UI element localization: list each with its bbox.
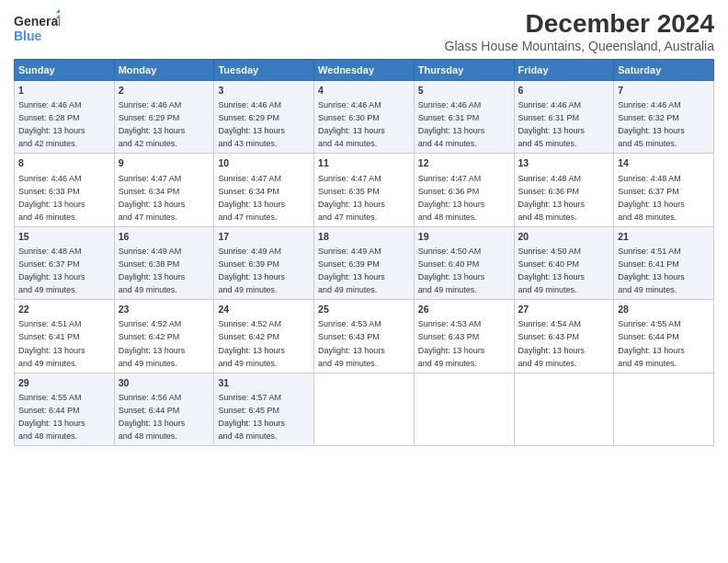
cell-info-line: Sunset: 6:30 PM [318,113,380,122]
cell-info-line: and 42 minutes. [119,139,177,148]
cell-info-line: Daylight: 13 hours [418,346,485,355]
day-number: 30 [119,376,210,390]
cell-info-line: Sunrise: 4:57 AM [218,393,281,402]
cell-info-line: and 49 minutes. [318,285,377,294]
day-number: 19 [418,230,510,244]
day-number: 20 [518,230,610,244]
day-number: 28 [618,303,710,316]
calendar-cell: 7Sunrise: 4:46 AMSunset: 6:32 PMDaylight… [614,81,714,154]
cell-info-line: Sunset: 6:40 PM [418,259,480,269]
cell-info-line: Sunrise: 4:49 AM [119,247,182,256]
cell-info-line: Sunset: 6:29 PM [218,113,279,122]
calendar-cell: 3Sunrise: 4:46 AMSunset: 6:29 PMDaylight… [214,81,314,154]
day-number: 5 [418,84,510,98]
cell-info-line: Sunrise: 4:52 AM [218,319,281,328]
cell-info-line: and 49 minutes. [618,285,677,294]
cell-info-line: and 44 minutes. [318,139,377,148]
cell-info-line: Sunset: 6:42 PM [218,332,279,341]
cell-info-line: Daylight: 13 hours [318,126,385,135]
col-friday: Friday [514,60,614,81]
cell-info-line: Sunset: 6:44 PM [18,406,80,415]
col-saturday: Saturday [614,60,714,81]
subtitle: Glass House Mountains, Queensland, Austr… [445,39,714,53]
calendar-cell: 12Sunrise: 4:47 AMSunset: 6:36 PMDayligh… [414,154,514,226]
cell-info-line: Sunset: 6:40 PM [518,259,580,269]
cell-info-line: Daylight: 13 hours [119,200,186,209]
cell-info-line: Sunrise: 4:46 AM [18,174,82,183]
day-number: 3 [218,84,310,98]
cell-info-line: and 46 minutes. [18,213,77,222]
cell-info-line: and 49 minutes. [518,359,577,368]
day-number: 11 [318,156,410,170]
calendar-cell: 14Sunrise: 4:48 AMSunset: 6:37 PMDayligh… [614,154,714,226]
cell-info-line: Daylight: 13 hours [518,272,586,282]
calendar-cell: 17Sunrise: 4:49 AMSunset: 6:39 PMDayligh… [214,226,314,299]
cell-info-line: Sunset: 6:41 PM [18,332,80,341]
cell-info-line: and 49 minutes. [119,285,177,294]
cell-info-line: Daylight: 13 hours [318,272,385,282]
calendar-cell: 27Sunrise: 4:54 AMSunset: 6:43 PMDayligh… [514,300,614,373]
cell-info-line: Daylight: 13 hours [218,200,285,209]
day-number: 21 [618,230,710,244]
calendar-cell: 19Sunrise: 4:50 AMSunset: 6:40 PMDayligh… [414,226,514,299]
calendar-week-4: 22Sunrise: 4:51 AMSunset: 6:41 PMDayligh… [15,300,714,373]
cell-info-line: Sunrise: 4:54 AM [518,319,582,328]
cell-info-line: Sunrise: 4:53 AM [318,319,381,328]
cell-info-line: and 47 minutes. [318,213,377,222]
svg-text:General: General [14,14,60,29]
cell-info-line: Sunset: 6:35 PM [318,187,380,196]
cell-info-line: Sunrise: 4:47 AM [119,174,182,183]
calendar-cell: 20Sunrise: 4:50 AMSunset: 6:40 PMDayligh… [514,226,614,299]
cell-info-line: Sunset: 6:43 PM [318,332,380,341]
cell-info-line: Sunset: 6:39 PM [318,259,380,269]
cell-info-line: Daylight: 13 hours [618,346,685,355]
cell-info-line: Sunrise: 4:50 AM [518,247,582,256]
day-number: 7 [618,84,710,98]
cell-info-line: Sunset: 6:29 PM [119,113,180,122]
cell-info-line: Daylight: 13 hours [418,272,485,282]
cell-info-line: Daylight: 13 hours [119,346,186,355]
day-number: 22 [18,303,110,316]
cell-info-line: Daylight: 13 hours [618,200,685,209]
cell-info-line: and 48 minutes. [218,431,277,441]
title-block: December 2024 Glass House Mountains, Que… [445,9,714,53]
cell-info-line: and 48 minutes. [618,213,677,222]
cell-info-line: Sunset: 6:39 PM [218,259,279,269]
logo-svg: General Blue [14,9,60,46]
cell-info-line: and 49 minutes. [18,285,77,294]
cell-info-line: Sunrise: 4:48 AM [618,174,681,183]
calendar-cell: 6Sunrise: 4:46 AMSunset: 6:31 PMDaylight… [514,81,614,154]
cell-info-line: Daylight: 13 hours [119,419,186,428]
cell-info-line: Daylight: 13 hours [518,346,586,355]
calendar-cell: 1Sunrise: 4:46 AMSunset: 6:28 PMDaylight… [15,81,115,154]
day-number: 25 [318,303,410,316]
cell-info-line: Sunrise: 4:50 AM [418,247,482,256]
day-number: 18 [318,230,410,244]
cell-info-line: Sunset: 6:32 PM [618,113,679,122]
cell-info-line: Daylight: 13 hours [218,346,285,355]
cell-info-line: Sunset: 6:36 PM [418,187,480,196]
cell-info-line: Sunrise: 4:56 AM [119,393,182,402]
cell-info-line: Daylight: 13 hours [218,419,285,428]
cell-info-line: and 49 minutes. [18,359,77,368]
cell-info-line: Sunrise: 4:46 AM [318,100,381,109]
calendar-cell: 30Sunrise: 4:56 AMSunset: 6:44 PMDayligh… [114,373,214,445]
calendar-cell: 15Sunrise: 4:48 AMSunset: 6:37 PMDayligh… [15,226,115,299]
cell-info-line: Sunset: 6:41 PM [618,259,679,269]
cell-info-line: Sunset: 6:31 PM [518,113,580,122]
cell-info-line: Sunset: 6:44 PM [618,332,679,341]
logo: General Blue [14,9,60,46]
cell-info-line: Sunset: 6:42 PM [119,332,180,341]
col-sunday: Sunday [15,60,115,81]
cell-info-line: Sunrise: 4:51 AM [18,319,82,328]
header-row: Sunday Monday Tuesday Wednesday Thursday… [15,60,714,81]
day-number: 12 [418,156,510,170]
calendar-cell: 28Sunrise: 4:55 AMSunset: 6:44 PMDayligh… [614,300,714,373]
cell-info-line: Daylight: 13 hours [418,126,485,135]
calendar-cell: 11Sunrise: 4:47 AMSunset: 6:35 PMDayligh… [314,154,415,226]
cell-info-line: Sunrise: 4:46 AM [418,100,482,109]
day-number: 31 [218,376,310,390]
calendar-week-2: 8Sunrise: 4:46 AMSunset: 6:33 PMDaylight… [15,154,714,226]
cell-info-line: and 49 minutes. [218,359,277,368]
calendar-cell: 25Sunrise: 4:53 AMSunset: 6:43 PMDayligh… [314,300,415,373]
